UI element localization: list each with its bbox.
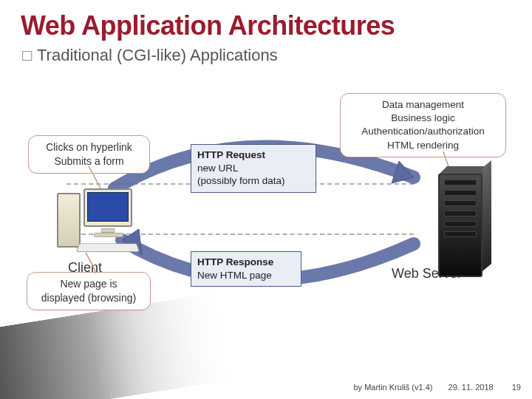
slide-footer: by Martin Kruliš (v1.4) 29. 11. 2018 19: [353, 383, 521, 392]
footer-page: 19: [512, 383, 521, 392]
http-request-heading: HTTP Request: [197, 149, 310, 162]
http-request-body: new URL (possibly form data): [197, 162, 310, 188]
web-server-icon: [438, 174, 491, 284]
client-result-callout: New page is displayed (browsing): [27, 272, 151, 310]
http-request-box: HTTP Request new URL (possibly form data…: [191, 144, 316, 193]
http-response-box: HTTP Response New HTML page: [191, 251, 301, 287]
footer-author: by Martin Kruliš (v1.4): [353, 383, 432, 392]
http-response-body: New HTML page: [197, 269, 295, 282]
server-role-callout: Data management Business logic Authentic…: [340, 93, 506, 157]
footer-date: 29. 11. 2018: [449, 383, 494, 392]
http-response-heading: HTTP Response: [197, 256, 295, 269]
client-computer-icon: [55, 188, 144, 262]
